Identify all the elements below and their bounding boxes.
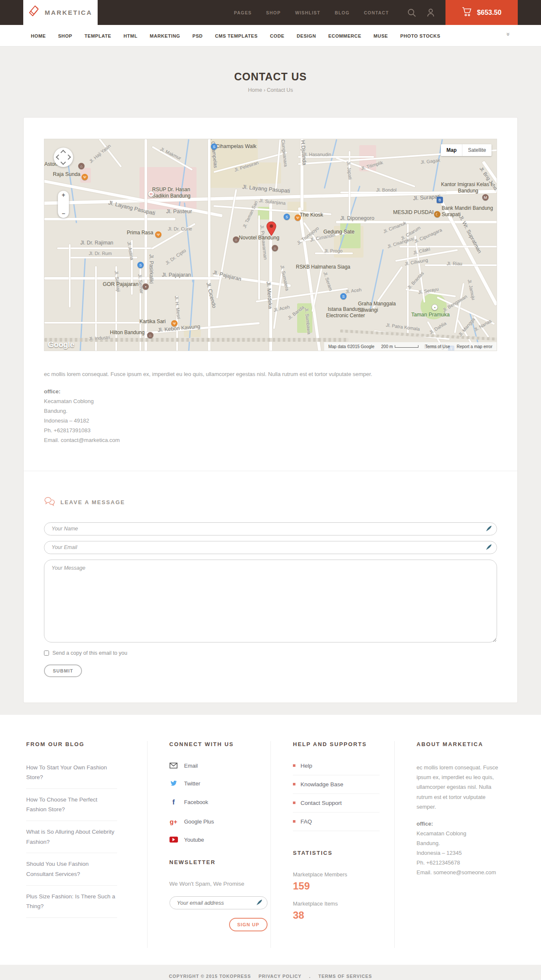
map-label: Jl. Layang Pasupati bbox=[242, 184, 290, 194]
nav-wishlist[interactable]: WISHLIST bbox=[295, 10, 320, 15]
subnav-muse[interactable]: MUSE bbox=[374, 33, 388, 38]
office-line: Indonesia – 12345 bbox=[417, 850, 462, 856]
breadcrumb-home[interactable]: Home bbox=[248, 87, 262, 93]
name-input[interactable] bbox=[44, 522, 497, 535]
nav-contact[interactable]: CONTACT bbox=[364, 10, 389, 15]
office-line: Kecamatan Coblong bbox=[44, 398, 94, 404]
map-poi-icon: Ψ bbox=[155, 231, 161, 238]
google-map[interactable]: Jl. Haji YasinJl. MakmurJl. Layang Pasup… bbox=[44, 139, 497, 351]
facebook-icon: f bbox=[169, 798, 178, 807]
subnav-html[interactable]: HTML bbox=[123, 33, 137, 38]
report-map-error-link[interactable]: Report a map error bbox=[457, 344, 492, 349]
message-textarea[interactable] bbox=[44, 560, 497, 642]
send-copy-checkbox[interactable] bbox=[44, 651, 49, 656]
map-label: Jl. Aceh bbox=[273, 304, 290, 313]
breadcrumb-current: Contact Us bbox=[267, 87, 293, 93]
map-label: Jl. Jamuju bbox=[467, 279, 476, 301]
zoom-out-icon[interactable]: − bbox=[62, 211, 65, 216]
map-poi-icon: ⌂ bbox=[78, 163, 85, 169]
subnav-cms-templates[interactable]: CMS TEMPLATES bbox=[215, 33, 258, 38]
connect-email-link[interactable]: Email bbox=[169, 763, 271, 769]
map-type-map-button[interactable]: Map bbox=[441, 144, 462, 156]
faq-link[interactable]: FAQ bbox=[293, 818, 380, 831]
connect-facebook-link[interactable]: f Facebook bbox=[169, 798, 271, 807]
map-zoom-control[interactable]: + − bbox=[58, 191, 69, 218]
stat-items-label: Marketplace Items bbox=[293, 900, 394, 907]
knowledge-base-link[interactable]: Knowladge Base bbox=[293, 781, 380, 794]
send-copy-label[interactable]: Send a copy of this email to you bbox=[52, 650, 127, 656]
map-label: Jl. Dr. Rum bbox=[89, 251, 112, 256]
map-label: RSKB Halmahera Siaga bbox=[296, 264, 350, 270]
office-line: Bandung. bbox=[417, 840, 440, 846]
newsletter-email-input[interactable] bbox=[169, 896, 268, 909]
primary-nav: PAGES SHOP WISHLIST BLOG CONTACT bbox=[234, 0, 389, 25]
search-icon[interactable] bbox=[407, 8, 416, 17]
blog-link[interactable]: Should You Use Fashion Consultant Servic… bbox=[26, 859, 117, 885]
subnav-home[interactable]: HOME bbox=[31, 33, 46, 38]
submit-button[interactable]: SUBMIT bbox=[44, 664, 82, 677]
connect-youtube-link[interactable]: Youtube bbox=[169, 837, 271, 843]
pan-up-icon[interactable] bbox=[60, 150, 66, 155]
pan-left-icon[interactable] bbox=[56, 154, 61, 160]
form-heading: LEAVE A MESSAGE bbox=[60, 499, 125, 505]
map-poi-icon: H bbox=[148, 191, 154, 197]
chevron-down-icon[interactable]: » bbox=[505, 33, 512, 36]
footer-heading-about: ABOUT MARKETICA bbox=[417, 741, 518, 747]
subnav-marketing[interactable]: MARKETING bbox=[150, 33, 180, 38]
cart-button[interactable]: $653.50 bbox=[445, 0, 518, 25]
pan-right-icon[interactable] bbox=[66, 154, 71, 160]
terms-of-services-link[interactable]: TERMS OF SERVICES bbox=[318, 974, 372, 979]
map-marker-pin[interactable] bbox=[266, 221, 276, 238]
nav-shop[interactable]: SHOP bbox=[266, 10, 281, 15]
subnav-ecommerce[interactable]: ECOMMERCE bbox=[328, 33, 361, 38]
email-input[interactable] bbox=[44, 541, 497, 554]
map-scalebar bbox=[395, 345, 418, 348]
page-header: CONTACT US Home › Contact Us bbox=[0, 47, 541, 117]
privacy-policy-link[interactable]: PRIVACY POLICY bbox=[259, 974, 302, 979]
map-poi-icon: S bbox=[137, 262, 144, 268]
connect-googleplus-link[interactable]: g+ Google Plus bbox=[169, 818, 271, 825]
map-label: Cihampelas Walk bbox=[216, 143, 257, 149]
map-poi-icon: Ψ bbox=[171, 320, 178, 327]
connect-twitter-link[interactable]: Twitter bbox=[169, 780, 271, 787]
contact-support-link[interactable]: Contact Support bbox=[293, 800, 380, 813]
map-label: Prima Rasa bbox=[127, 230, 153, 236]
footer: FROM OUR BLOG How To Start Your Own Fash… bbox=[0, 715, 541, 980]
nav-blog[interactable]: BLOG bbox=[335, 10, 350, 15]
map-poi-icon: ⌂ bbox=[147, 332, 153, 338]
subnav-template[interactable]: TEMPLATE bbox=[85, 33, 111, 38]
subnav-code[interactable]: CODE bbox=[270, 33, 284, 38]
subnav-psd[interactable]: PSD bbox=[192, 33, 202, 38]
square-bullet-icon bbox=[293, 783, 295, 785]
blog-link[interactable]: How To Choose The Perfect Fashion Store? bbox=[26, 795, 117, 821]
square-bullet-icon bbox=[293, 764, 295, 767]
map-label: RSUP Dr. Hasan Sadikin Bandung bbox=[152, 187, 205, 199]
map-label: Jl. Dr. Cipto bbox=[164, 248, 187, 266]
brand-logo[interactable]: MARKETICA bbox=[23, 0, 98, 25]
map-attribution: Map data ©2015 Google 200 m Terms of Use… bbox=[324, 342, 497, 351]
subnav-photo-stocks[interactable]: PHOTO STOCKS bbox=[400, 33, 440, 38]
youtube-icon bbox=[169, 837, 178, 843]
subnav-shop[interactable]: SHOP bbox=[58, 33, 72, 38]
map-poi-icon: S bbox=[284, 214, 290, 220]
help-link[interactable]: Help bbox=[293, 763, 380, 775]
google-logo[interactable]: Google bbox=[48, 340, 74, 349]
user-icon[interactable] bbox=[426, 8, 435, 17]
stat-members-value: 159 bbox=[293, 880, 394, 892]
zoom-in-icon[interactable]: + bbox=[62, 192, 65, 198]
office-line: Indonesia – 49182 bbox=[44, 417, 89, 424]
signup-button[interactable]: SIGN UP bbox=[229, 918, 267, 931]
blog-link[interactable]: What is So Alluring About Celebrity Fash… bbox=[26, 827, 117, 853]
blog-link[interactable]: Plus Size Fashion: Is There Such a Thing… bbox=[26, 892, 117, 918]
map-poi-icon: ⌂ bbox=[233, 236, 239, 243]
copyright-dot: . bbox=[309, 974, 311, 979]
blog-link[interactable]: How To Start Your Own Fashion Store? bbox=[26, 763, 117, 789]
terms-of-use-link[interactable]: Terms of Use bbox=[425, 344, 450, 349]
pan-down-icon[interactable] bbox=[60, 159, 66, 165]
map-type-satellite-button[interactable]: Satellite bbox=[462, 144, 492, 156]
map-pan-control[interactable] bbox=[54, 148, 73, 167]
map-road bbox=[57, 247, 154, 249]
subnav-design[interactable]: DESIGN bbox=[297, 33, 316, 38]
nav-pages[interactable]: PAGES bbox=[234, 10, 252, 15]
map-label: Jl. Pajajaran bbox=[212, 269, 242, 282]
